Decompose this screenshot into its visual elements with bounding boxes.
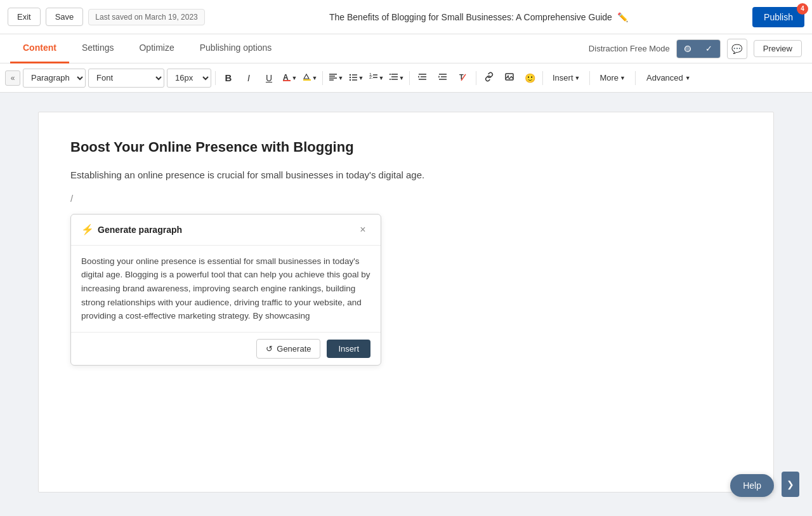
moon-icon: [683, 44, 692, 53]
ai-panel-title-text: Generate paragraph: [98, 225, 182, 235]
spacing-chevron-icon: ▼: [399, 75, 405, 81]
svg-rect-2: [283, 80, 291, 81]
underline-button[interactable]: U: [260, 69, 278, 87]
align-icon: [328, 72, 338, 84]
advanced-label: Advanced: [646, 73, 683, 83]
ai-panel-header: ⚡ Generate paragraph ×: [71, 215, 381, 246]
ai-generate-panel: ⚡ Generate paragraph × Boosting your onl…: [70, 214, 381, 366]
tab-optimize[interactable]: Optimize: [126, 34, 187, 63]
text-color-chevron-icon: ▼: [292, 75, 298, 81]
insert-label: Insert: [553, 73, 573, 83]
remove-format-icon: T: [458, 72, 468, 84]
more-chevron-icon: ▼: [620, 75, 625, 81]
regenerate-icon: ↺: [266, 344, 273, 354]
underline-icon: U: [266, 73, 272, 83]
unordered-list-button[interactable]: ▼: [347, 69, 365, 87]
publish-badge: 4: [797, 3, 808, 15]
page-title: The Benefits of Blogging for Small Busin…: [329, 12, 612, 22]
editor-content[interactable]: Boost Your Online Presence with Blogging…: [38, 112, 774, 493]
close-icon: ×: [360, 224, 365, 235]
svg-rect-3: [303, 79, 311, 81]
insert-button[interactable]: Insert ▼: [547, 69, 586, 87]
emoji-button[interactable]: 🙂: [521, 69, 539, 87]
edit-title-icon[interactable]: ✏️: [617, 12, 628, 22]
ai-panel-close-button[interactable]: ×: [355, 222, 370, 237]
toolbar: « Paragraph Heading 1 Heading 2 Heading …: [0, 63, 812, 93]
svg-text:2.: 2.: [369, 75, 373, 79]
bold-button[interactable]: B: [219, 69, 237, 87]
help-label: Help: [743, 480, 761, 491]
paragraph-format-select[interactable]: Paragraph Heading 1 Heading 2 Heading 3: [23, 69, 86, 88]
indent-button[interactable]: [434, 69, 452, 87]
indent-icon: [438, 72, 448, 84]
check-icon: ✓: [705, 44, 712, 53]
remove-format-button[interactable]: T: [454, 69, 472, 87]
text-color-icon: A: [282, 72, 292, 84]
divider-5: [542, 71, 543, 85]
emoji-icon: 🙂: [525, 73, 535, 83]
highlight-icon: [302, 72, 312, 84]
image-button[interactable]: [501, 69, 518, 87]
align-button[interactable]: ▼: [327, 69, 344, 87]
ai-generated-text: Boosting your online presence is essenti…: [81, 256, 370, 321]
regenerate-button[interactable]: ↺ Generate: [256, 339, 320, 359]
divider-6: [589, 71, 590, 85]
tab-publishing-options[interactable]: Publishing options: [187, 34, 285, 63]
text-color-button[interactable]: A ▼: [280, 69, 298, 87]
font-size-select[interactable]: 16px: [167, 69, 211, 88]
publish-button[interactable]: Publish 4: [752, 7, 804, 27]
tab-content[interactable]: Content: [10, 34, 69, 63]
svg-point-10: [349, 77, 350, 78]
advanced-button[interactable]: Advanced ▼: [639, 69, 698, 87]
advanced-chevron-icon: ▼: [685, 75, 691, 81]
divider-3: [409, 71, 410, 85]
align-chevron-icon: ▼: [338, 75, 344, 81]
collapse-sidebar-button[interactable]: «: [5, 70, 20, 86]
side-chevron-button[interactable]: ❯: [782, 472, 799, 497]
more-label: More: [599, 73, 619, 83]
help-button[interactable]: Help: [730, 474, 774, 497]
ai-panel-body: Boosting your online presence is essenti…: [71, 246, 381, 332]
outdent-icon: [417, 72, 428, 84]
lightning-icon: ⚡: [81, 223, 94, 235]
divider-7: [635, 71, 636, 85]
nav-right: Distraction Free Mode ✓ 💬 Preview: [589, 39, 802, 59]
insert-content-label: Insert: [338, 344, 359, 354]
top-bar-left: Exit Save Last saved on March 19, 2023: [8, 8, 205, 26]
preview-button[interactable]: Preview: [754, 40, 802, 57]
italic-icon: I: [247, 73, 250, 83]
link-button[interactable]: [480, 69, 498, 87]
divider-1: [215, 71, 216, 85]
top-bar-right: Publish 4: [752, 7, 804, 27]
ordered-list-icon: 1.2.: [369, 72, 379, 84]
toggle-check-btn[interactable]: ✓: [698, 40, 720, 58]
line-spacing-icon: [389, 72, 399, 84]
ordered-list-button[interactable]: 1.2. ▼: [367, 69, 385, 87]
font-family-select[interactable]: Font: [88, 69, 164, 88]
more-button[interactable]: More ▼: [594, 69, 631, 87]
top-bar-center: The Benefits of Blogging for Small Busin…: [210, 12, 747, 22]
exit-button[interactable]: Exit: [8, 8, 41, 26]
editor-slash: /: [70, 193, 742, 204]
svg-point-12: [349, 79, 350, 81]
italic-button[interactable]: I: [240, 69, 258, 87]
chevron-right-icon: ❯: [787, 479, 794, 489]
svg-point-8: [349, 74, 350, 76]
outdent-button[interactable]: [414, 69, 431, 87]
editor-paragraph: Establishing an online presence is cruci…: [70, 168, 742, 183]
divider-2: [322, 71, 323, 85]
page-title-area: The Benefits of Blogging for Small Busin…: [329, 12, 628, 22]
line-spacing-button[interactable]: ▼: [388, 69, 405, 87]
highlight-button[interactable]: ▼: [301, 69, 318, 87]
main-area: Boost Your Online Presence with Blogging…: [0, 93, 812, 516]
toggle-dark-btn[interactable]: [677, 40, 698, 58]
last-saved-label: Last saved on March 19, 2023: [88, 9, 204, 25]
insert-content-button[interactable]: Insert: [327, 340, 370, 358]
ol-chevron-icon: ▼: [379, 75, 384, 81]
chat-icon-button[interactable]: 💬: [727, 39, 747, 59]
tab-settings[interactable]: Settings: [69, 34, 127, 63]
distraction-toggle-group: ✓: [676, 39, 721, 58]
generate-label: Generate: [277, 344, 311, 354]
save-button[interactable]: Save: [46, 8, 84, 26]
divider-4: [476, 71, 476, 85]
